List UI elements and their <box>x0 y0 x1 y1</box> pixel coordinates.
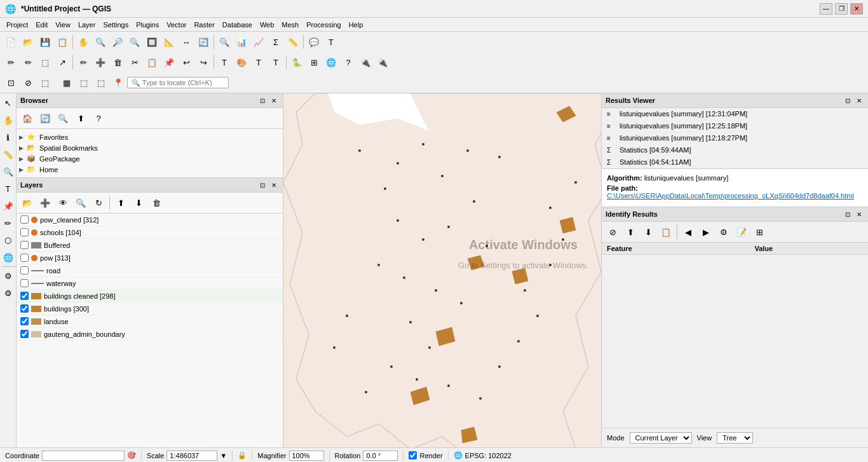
zoom-layer-button[interactable]: 🔲 <box>144 34 160 50</box>
id-prev[interactable]: ◀ <box>680 224 696 240</box>
vt-edit[interactable]: ✏ <box>0 215 17 231</box>
buf-btn[interactable]: T <box>250 54 267 71</box>
lyr-filter[interactable]: 🔍 <box>72 194 89 211</box>
br-refresh[interactable]: 🔄 <box>37 110 53 126</box>
save-as-button[interactable]: 📋 <box>54 34 71 50</box>
results-float[interactable]: ⊡ <box>843 95 853 105</box>
refresh-button[interactable]: 🔄 <box>195 34 212 50</box>
vt-pin[interactable]: 📌 <box>0 198 17 214</box>
br-help[interactable]: ? <box>90 110 107 126</box>
id-expand[interactable]: ⬆ <box>622 224 639 240</box>
result-item-1[interactable]: ≡ listuniquevalues [summary] [12:25:18PM… <box>602 120 868 132</box>
vt-globe[interactable]: 🌐 <box>0 249 17 266</box>
zoom-select-button[interactable]: 📐 <box>161 34 177 50</box>
layer-buildings-cleaned[interactable]: buildings cleaned [298] ≡ <box>17 290 283 302</box>
digitize-btn[interactable]: ✏ <box>3 54 19 71</box>
tree-geopackage[interactable]: ▶ 📦 GeoPackage <box>17 153 283 164</box>
menu-item-layer[interactable]: Layer <box>74 20 100 30</box>
vt-extras[interactable]: ⚙ <box>0 268 17 284</box>
layer-waterway-check[interactable] <box>20 279 29 287</box>
identify-button[interactable]: 🔍 <box>216 34 233 50</box>
layer-buffered[interactable]: Buffered ≡ <box>17 239 283 252</box>
zoom-in-button[interactable]: 🔍 <box>126 34 143 50</box>
filepath-link[interactable]: C:\Users\USER\AppData\Local\Temp\process… <box>607 192 854 200</box>
menu-item-database[interactable]: Database <box>219 20 256 30</box>
layer-landuse-check[interactable] <box>20 317 29 325</box>
scale-input[interactable] <box>166 451 217 461</box>
id-form[interactable]: 📝 <box>733 224 750 240</box>
tip-button[interactable]: 💬 <box>306 34 322 50</box>
add-btn[interactable]: ➕ <box>92 54 109 71</box>
pan-button[interactable]: ✋ <box>75 34 92 50</box>
loc-btn[interactable]: 📍 <box>110 74 126 91</box>
new-button[interactable]: 📄 <box>3 34 19 50</box>
layer-gauteng-check[interactable] <box>20 330 29 338</box>
scale-arrow[interactable]: ▼ <box>220 452 227 459</box>
deselect-btn[interactable]: ⊘ <box>20 74 36 91</box>
vt-label[interactable]: T <box>0 180 17 197</box>
vt-3d[interactable]: ⬡ <box>0 232 17 248</box>
layer-pow-cleaned-check[interactable] <box>20 215 29 224</box>
zoom-out-button[interactable]: 🔎 <box>109 34 126 50</box>
minimize-button[interactable]: — <box>820 3 832 15</box>
identify-close[interactable]: ✕ <box>854 209 864 219</box>
edit-btn[interactable]: ✏ <box>20 54 36 71</box>
plugin2-btn[interactable]: 🔌 <box>357 54 374 71</box>
redo-btn[interactable]: ↪ <box>195 54 212 71</box>
undo-btn[interactable]: ↩ <box>178 54 194 71</box>
vt-pan[interactable]: ✋ <box>0 112 17 128</box>
lyr-visible[interactable]: 👁 <box>55 194 71 211</box>
label-btn[interactable]: T <box>216 54 233 71</box>
layer-schools-check[interactable] <box>20 228 29 236</box>
select-by-btn[interactable]: ⊡ <box>3 74 19 91</box>
close-button[interactable]: ✕ <box>850 3 863 15</box>
coordinate-input[interactable]: 309705,-3048251 <box>42 451 125 461</box>
menu-item-settings[interactable]: Settings <box>99 20 132 30</box>
results-close[interactable]: ✕ <box>854 95 864 105</box>
vt-measure[interactable]: 📏 <box>0 146 17 163</box>
menu-item-view[interactable]: View <box>51 20 74 30</box>
move-btn[interactable]: ↗ <box>54 54 71 71</box>
rotation-input[interactable] <box>363 451 398 461</box>
menu-item-project[interactable]: Project <box>3 20 32 30</box>
id-table[interactable]: ⊞ <box>751 224 768 240</box>
result-item-4[interactable]: Σ Statistics [04:54:11AM] <box>602 156 868 168</box>
layer-buffered-check[interactable] <box>20 241 29 249</box>
lyr-up[interactable]: ⬆ <box>112 194 129 211</box>
layer-schools[interactable]: schools [104] <box>17 226 283 239</box>
vt-identify[interactable]: ℹ <box>0 129 17 146</box>
id-clear[interactable]: ⊘ <box>604 224 621 240</box>
layer-road-check[interactable] <box>20 266 29 275</box>
menu-item-edit[interactable]: Edit <box>32 20 51 30</box>
calculator-button[interactable]: Σ <box>268 34 284 50</box>
pan-map-button[interactable]: ↔ <box>178 34 194 50</box>
copy-btn[interactable]: 📋 <box>144 54 160 71</box>
menu-item-web[interactable]: Web <box>256 20 278 30</box>
layers-close[interactable]: ✕ <box>269 180 279 190</box>
color-btn[interactable]: 🎨 <box>233 54 250 71</box>
help-button[interactable]: T <box>323 34 339 50</box>
menu-item-processing[interactable]: Processing <box>302 20 344 30</box>
layer-pow[interactable]: pow [313] <box>17 252 283 264</box>
globe-btn[interactable]: 🌐 <box>323 54 339 71</box>
epsg-item[interactable]: 🌐 EPSG: 102022 <box>454 451 517 459</box>
layer-buildings-check[interactable] <box>20 304 29 313</box>
tree-spatial-bookmarks[interactable]: ▶ 📂 Spatial Bookmarks <box>17 142 283 153</box>
menu-item-raster[interactable]: Raster <box>190 20 218 30</box>
layer-buildings[interactable]: buildings [300] <box>17 302 283 315</box>
tree-home[interactable]: ▶ 📁 Home <box>17 164 283 175</box>
browser-float[interactable]: ⊡ <box>257 95 268 105</box>
select4-btn[interactable]: ⬚ <box>76 74 92 91</box>
select2-btn[interactable]: ⬚ <box>37 74 53 91</box>
id-collapse[interactable]: ⬇ <box>640 224 656 240</box>
vt-extras2[interactable]: ⚙ <box>0 285 17 301</box>
python-btn[interactable]: 🐍 <box>288 54 305 71</box>
layers-float[interactable]: ⊡ <box>257 180 268 190</box>
maximize-button[interactable]: ❐ <box>835 3 848 15</box>
lyr-del[interactable]: 🗑 <box>148 194 165 211</box>
magnifier-input[interactable] <box>289 451 324 461</box>
vt-zoom[interactable]: 🔍 <box>0 163 17 180</box>
stats-button[interactable]: 📈 <box>250 34 267 50</box>
layer-gauteng[interactable]: gauteng_admin_boundary <box>17 328 283 341</box>
locate-input[interactable] <box>127 77 229 88</box>
